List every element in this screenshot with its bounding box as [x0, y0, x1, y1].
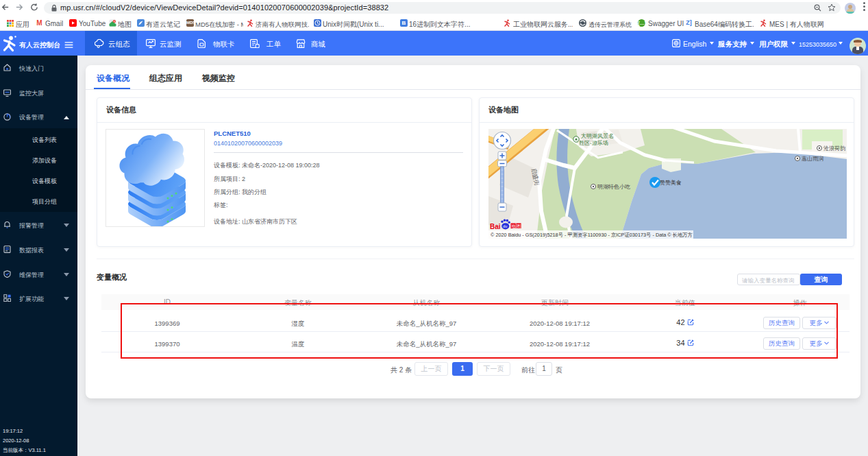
svg-text:大明湖风景名: 大明湖风景名: [581, 133, 614, 139]
svg-text:图: 图: [517, 224, 521, 228]
svg-text:du: du: [503, 224, 507, 228]
svg-text:赞赞美食: 赞赞美食: [660, 180, 682, 186]
svg-text:地: 地: [511, 224, 516, 228]
svg-text:© 2020 Baidu - GS(2019)5218号 -: © 2020 Baidu - GS(2019)5218号 - 甲测资字11009…: [491, 232, 693, 238]
svg-text:沧浪荷韵: 沧浪荷韵: [823, 145, 845, 152]
svg-text:明湖特色小吃: 明湖特色小吃: [597, 184, 630, 190]
svg-text:Bai: Bai: [490, 223, 501, 230]
svg-text:蕙山雨润: 蕙山雨润: [802, 156, 823, 162]
svg-text:胜区-游乐场: 胜区-游乐场: [579, 140, 608, 146]
